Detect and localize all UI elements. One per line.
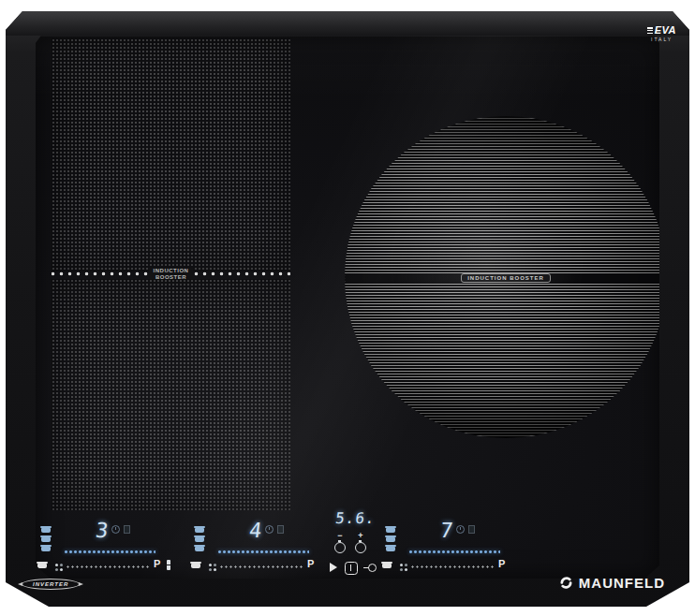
- eva-bars-icon: [647, 27, 653, 34]
- power-level-slider[interactable]: [64, 550, 155, 554]
- eva-logo-text: EVA: [647, 25, 676, 36]
- power-level-group: 7: [440, 521, 475, 541]
- main-buttons-row: [328, 562, 388, 575]
- slider-touch-track[interactable]: [410, 565, 495, 568]
- eva-italy-logo: EVA ITALY: [647, 25, 676, 42]
- child-lock-button[interactable]: [363, 564, 377, 573]
- zone-b-controls: 4 P: [189, 521, 332, 579]
- power-level-group: 3: [96, 521, 130, 541]
- power-level-slider[interactable]: [217, 550, 309, 554]
- timer-indicator-icon: [265, 525, 274, 534]
- induction-booster-label-right: INDUCTION BOOSTER: [461, 273, 551, 283]
- boost-key[interactable]: P: [154, 559, 160, 569]
- pan-size-indicators: [41, 526, 51, 551]
- timer-plus-button[interactable]: +: [354, 532, 367, 553]
- slider-touch-track[interactable]: [66, 565, 150, 568]
- maunfeld-logo: MAUNFELD: [558, 576, 665, 590]
- pot-small-icon: [41, 526, 51, 533]
- booster-label-line1: INDUCTION: [154, 268, 189, 274]
- slider-touch-track[interactable]: [219, 565, 303, 568]
- timer-minus-button[interactable]: −: [333, 532, 347, 553]
- cooking-zone-right-circle: INDUCTION BOOSTER: [345, 116, 667, 438]
- power-level-group: 4: [249, 521, 284, 541]
- cooking-zone-left-front: [52, 279, 290, 510]
- pot-medium-icon: [41, 535, 51, 542]
- eva-logo-subtext: ITALY: [647, 37, 676, 42]
- status-indicator-icon: [468, 525, 475, 534]
- inverter-badge: INVERTER: [22, 579, 80, 590]
- boost-key[interactable]: P: [307, 559, 314, 569]
- power-button[interactable]: [345, 562, 358, 575]
- pan-size-indicators: [386, 526, 395, 551]
- pan-detection-icon: [382, 562, 392, 568]
- center-controls: 5.6. − +: [328, 511, 388, 582]
- power-level-display: 7: [439, 521, 454, 541]
- zone-select-button[interactable]: [400, 564, 403, 566]
- maunfeld-logo-text: MAUNFELD: [579, 576, 665, 590]
- status-indicator-icon: [124, 525, 130, 534]
- pot-small-icon: [386, 526, 395, 533]
- cooking-zone-left-rear: [52, 38, 290, 271]
- zone-c-controls: 7 P: [380, 521, 523, 579]
- timer-display: 5.6.: [334, 511, 376, 526]
- zone-select-button[interactable]: [209, 564, 212, 566]
- pan-detection-icon: [37, 562, 47, 568]
- status-indicator-icon: [277, 525, 284, 534]
- flex-zone-separator: INDUCTION BOOSTER: [52, 271, 290, 277]
- pot-large-icon: [41, 545, 51, 551]
- power-level-display: 3: [95, 521, 110, 541]
- stopwatch-icon: [334, 542, 346, 553]
- pot-medium-icon: [195, 535, 204, 542]
- timer-indicator-icon: [111, 525, 120, 534]
- pot-large-icon: [195, 545, 204, 551]
- pan-detection-icon: [191, 562, 200, 568]
- stopwatch-icon: [355, 542, 366, 553]
- zone-a-controls: 3 P: [36, 521, 178, 579]
- pot-small-icon: [195, 526, 204, 533]
- glass-surface: INDUCTION BOOSTER INDUCTION BOOSTER: [36, 36, 659, 579]
- zone-select-button[interactable]: [55, 564, 58, 566]
- power-level-slider[interactable]: [408, 550, 500, 554]
- pot-medium-icon: [386, 535, 395, 542]
- bridge-zones-icon[interactable]: [167, 560, 170, 570]
- circle-center-band: INDUCTION BOOSTER: [345, 273, 667, 282]
- timer-indicator-icon: [456, 525, 465, 534]
- cooktop-body: INDUCTION BOOSTER INDUCTION BOOSTER: [6, 11, 689, 607]
- boost-key[interactable]: P: [498, 559, 505, 569]
- pot-large-icon: [386, 545, 395, 551]
- power-level-display: 4: [248, 521, 263, 541]
- pause-play-button[interactable]: [330, 563, 337, 572]
- maunfeld-swirl-icon: [558, 576, 574, 590]
- product-photo: INDUCTION BOOSTER INDUCTION BOOSTER: [0, 0, 695, 616]
- pan-size-indicators: [195, 526, 204, 551]
- frame-bevel: [6, 11, 689, 36]
